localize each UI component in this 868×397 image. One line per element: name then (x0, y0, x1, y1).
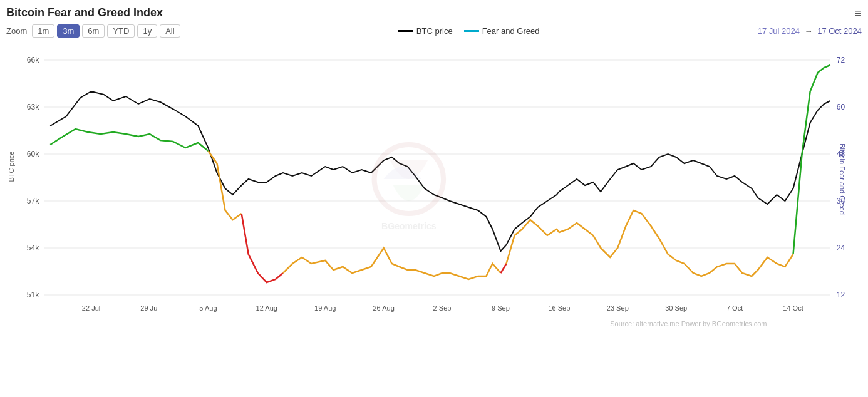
zoom-ytd[interactable]: YTD (107, 24, 135, 38)
legend-btc: BTC price (398, 26, 453, 36)
legend: BTC price Fear and Greed (398, 26, 540, 36)
fear-greed-orange (283, 248, 501, 279)
svg-text:72: 72 (837, 56, 845, 64)
zoom-all[interactable]: All (160, 24, 180, 38)
svg-text:54k: 54k (27, 244, 39, 252)
menu-icon[interactable]: ≡ (854, 7, 862, 19)
svg-text:22 Jul: 22 Jul (82, 304, 100, 312)
svg-text:23 Sep: 23 Sep (607, 304, 629, 312)
zoom-group: Zoom 1m 3m 6m YTD 1y All (6, 24, 180, 38)
svg-text:26 Aug: 26 Aug (373, 304, 394, 312)
fear-greed-orange-2 (507, 210, 793, 276)
chart-title: Bitcoin Fear and Greed Index (6, 6, 163, 19)
chart-container: Bitcoin Fear and Greed Index ≡ Zoom 1m 3… (0, 0, 868, 397)
svg-text:63k: 63k (27, 103, 39, 111)
header-row: Bitcoin Fear and Greed Index ≡ (6, 6, 862, 19)
svg-text:7 Oct: 7 Oct (726, 304, 743, 312)
svg-text:14 Oct: 14 Oct (783, 304, 803, 312)
chart-svg: 66k 63k 60k 57k 54k 51k 72 60 48 36 24 1… (6, 41, 862, 348)
legend-btc-label: BTC price (416, 26, 453, 36)
zoom-6m[interactable]: 6m (82, 24, 105, 38)
svg-text:19 Aug: 19 Aug (314, 304, 336, 312)
date-arrow: → (805, 26, 815, 36)
svg-text:57k: 57k (27, 197, 39, 205)
svg-text:5 Aug: 5 Aug (199, 304, 217, 312)
date-start: 17 Jul 2024 (758, 26, 800, 36)
svg-text:66k: 66k (27, 56, 39, 64)
svg-text:60k: 60k (27, 150, 39, 158)
svg-text:BGeometrics: BGeometrics (381, 221, 437, 231)
zoom-1y[interactable]: 1y (137, 24, 157, 38)
legend-fg-line (464, 30, 479, 32)
fear-greed-green-early (50, 129, 208, 151)
svg-text:24: 24 (837, 244, 845, 252)
chart-area: 66k 63k 60k 57k 54k 51k 72 60 48 36 24 1… (6, 41, 862, 348)
fear-greed-red-sep (500, 264, 506, 273)
date-end: 17 Oct 2024 (817, 26, 862, 36)
svg-text:30 Sep: 30 Sep (665, 304, 687, 312)
svg-text:29 Jul: 29 Jul (140, 304, 158, 312)
zoom-label: Zoom (6, 26, 27, 36)
svg-text:60: 60 (837, 103, 845, 111)
svg-text:BTC price: BTC price (8, 152, 15, 182)
svg-text:Source: alternative.me    Powe: Source: alternative.me Power by BGeometr… (610, 320, 767, 327)
svg-text:9 Sep: 9 Sep (492, 304, 510, 312)
watermark: BGeometrics (375, 145, 443, 231)
legend-btc-line (398, 30, 413, 32)
svg-text:51k: 51k (27, 291, 39, 299)
svg-text:16 Sep: 16 Sep (548, 304, 570, 312)
svg-text:12: 12 (837, 291, 845, 299)
date-range: 17 Jul 2024 → 17 Oct 2024 (758, 26, 862, 36)
controls-row: Zoom 1m 3m 6m YTD 1y All BTC price Fear … (6, 24, 862, 38)
svg-text:2 Sep: 2 Sep (433, 304, 452, 312)
legend-fg: Fear and Greed (464, 26, 540, 36)
fear-greed-green-late (793, 65, 830, 254)
svg-text:12 Aug: 12 Aug (256, 304, 277, 312)
zoom-1m[interactable]: 1m (32, 24, 54, 38)
svg-text:Bitcoin Fear and Greed: Bitcoin Fear and Greed (839, 143, 846, 215)
legend-fg-label: Fear and Greed (482, 26, 540, 36)
zoom-3m[interactable]: 3m (57, 24, 80, 38)
